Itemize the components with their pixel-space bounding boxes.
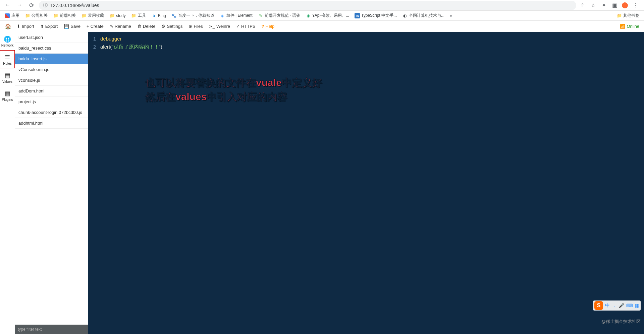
reload-button[interactable]: ⟳ xyxy=(27,1,36,10)
import-icon: ⬇ xyxy=(17,24,20,29)
extensions-icon[interactable]: ✦ xyxy=(600,2,607,9)
browser-chrome: ← → ⟳ ⓘ 127.0.0.1:8899/#values ⇧ ☆ ✦ ▣ ⋮ xyxy=(0,0,644,11)
ime-mic-icon[interactable]: 🎤 xyxy=(619,303,624,308)
star-icon[interactable]: ☆ xyxy=(590,2,596,9)
rename-button[interactable]: ✎Rename xyxy=(107,22,134,30)
file-item[interactable]: vConsole.min.js xyxy=(15,64,88,75)
ime-grid-icon[interactable]: ▦ xyxy=(635,303,639,308)
forward-button[interactable]: → xyxy=(15,1,24,10)
file-item[interactable]: baidu_resect.css xyxy=(15,43,88,54)
bookmark-folder[interactable]: 📁前端相关 xyxy=(51,12,78,19)
annotation-overlay: 也可以将要替换的文件在vuale中定义好 然后在values中引入对应的内容 xyxy=(145,76,322,104)
bookmark-bar: 应用 📁公司相关 📁前端相关 📁常用收藏 📁study 📁工具 bBing 🐾百… xyxy=(0,11,644,21)
https-button[interactable]: ✓HTTPS xyxy=(233,22,258,30)
tab-network[interactable]: 🌐Network xyxy=(0,32,15,50)
watermark: @稀土掘金技术社区 xyxy=(601,319,641,325)
bookmark-folder[interactable]: 📁公司相关 xyxy=(23,12,50,19)
files-button[interactable]: ⊕Files xyxy=(186,22,205,30)
panel-icon[interactable]: ▣ xyxy=(611,2,618,9)
help-button[interactable]: ?Help xyxy=(259,22,277,30)
check-icon: ✓ xyxy=(236,24,240,29)
menu-icon[interactable]: ⋮ xyxy=(632,2,639,9)
back-button[interactable]: ← xyxy=(3,1,12,10)
file-item[interactable]: vconsole.js xyxy=(15,75,88,86)
file-item[interactable]: project.js xyxy=(15,96,88,107)
bookmark-folder[interactable]: 📁study xyxy=(107,12,128,19)
folder-icon: 📁 xyxy=(616,13,622,18)
code-fn: alert xyxy=(100,44,110,50)
ime-keyboard-icon[interactable]: ⌨ xyxy=(626,303,633,308)
code-editor[interactable]: 12 debugger alert("保留了原内容的！！") 也可以将要替换的文… xyxy=(88,32,644,334)
file-item[interactable]: addhtml.html xyxy=(15,118,88,129)
bookmark-link[interactable]: ◉YApi-高效、易用、... xyxy=(304,12,351,19)
bookmark-link[interactable]: bBing xyxy=(149,12,168,19)
bookmark-link[interactable]: ✎前端开发规范 · 语雀 xyxy=(256,12,302,19)
file-item[interactable]: userList.json xyxy=(15,32,88,43)
signal-icon: 📶 xyxy=(620,24,625,29)
tab-rules[interactable]: ☰Rules xyxy=(0,50,15,68)
file-items: userList.json baidu_resect.css baidu_ins… xyxy=(15,32,88,325)
folder-icon: 📁 xyxy=(53,13,58,18)
file-list-panel: userList.json baidu_resect.css baidu_ins… xyxy=(15,32,88,334)
bookmark-link[interactable]: ◐全国计算机技术与... xyxy=(400,12,446,19)
profile-icon[interactable] xyxy=(622,2,628,8)
share-icon[interactable]: ⇧ xyxy=(579,2,586,9)
filter-box xyxy=(15,325,88,334)
baidu-icon: 🐾 xyxy=(171,13,177,18)
yapi-icon: ◉ xyxy=(306,13,311,18)
site-info-icon[interactable]: ⓘ xyxy=(43,2,48,8)
typescript-icon: TS xyxy=(355,13,360,18)
code-content[interactable]: debugger alert("保留了原内容的！！") 也可以将要替换的文件在v… xyxy=(98,32,644,334)
file-item[interactable]: addDom.html xyxy=(15,86,88,96)
ime-punct-icon[interactable]: ， xyxy=(612,303,616,309)
network-icon: 🌐 xyxy=(4,36,11,43)
rename-icon: ✎ xyxy=(110,24,113,29)
folder-icon: 📁 xyxy=(131,13,137,18)
file-item[interactable]: baidu_insert.js xyxy=(15,54,88,64)
ime-lang[interactable]: 中 xyxy=(605,303,610,309)
settings-button[interactable]: ⚙Settings xyxy=(159,22,185,30)
url-text: 127.0.0.1:8899/#values xyxy=(50,3,99,8)
filter-input[interactable] xyxy=(15,325,88,334)
icon-sidebar: 🌐Network ☰Rules ▤Values ▦Plugins xyxy=(0,32,15,334)
save-icon: 💾 xyxy=(64,24,69,29)
values-icon: ▤ xyxy=(5,72,10,79)
save-button[interactable]: 💾Save xyxy=(61,22,83,30)
delete-button[interactable]: 🗑Delete xyxy=(135,22,158,30)
tab-values[interactable]: ▤Values xyxy=(0,68,15,86)
bookmark-link[interactable]: TSTypeScript 中文手... xyxy=(353,12,399,19)
apps-shortcut[interactable]: 应用 xyxy=(3,12,21,19)
other-bookmarks[interactable]: 📁其他书签 xyxy=(614,12,641,19)
ime-toolbar[interactable]: S 中 ， 🎤 ⌨ ▦ xyxy=(593,300,641,311)
bookmark-link[interactable]: 🐾百度一下，你就知道 xyxy=(169,12,216,19)
yuque-icon: ✎ xyxy=(258,13,263,18)
home-button[interactable]: 🏠 xyxy=(3,22,13,31)
exam-icon: ◐ xyxy=(402,13,408,18)
export-icon: ⬆ xyxy=(40,24,44,29)
code-string: "保留了原内容的！！" xyxy=(112,44,161,50)
plugins-icon: ▦ xyxy=(5,90,10,97)
create-button[interactable]: +Create xyxy=(84,22,106,30)
tab-plugins[interactable]: ▦Plugins xyxy=(0,86,15,105)
folder-icon: 📁 xyxy=(109,13,115,18)
folder-icon: 📁 xyxy=(81,13,87,18)
bookmark-folder[interactable]: 📁常用收藏 xyxy=(79,12,106,19)
file-item[interactable]: chunk-account-login.072bcd00.js xyxy=(15,107,88,118)
bookmark-folder[interactable]: 📁工具 xyxy=(129,12,148,19)
online-status[interactable]: 📶Online xyxy=(620,24,641,29)
bookmark-link[interactable]: ◈组件 | Element xyxy=(218,12,255,19)
element-icon: ◈ xyxy=(220,13,225,18)
rules-icon: ☰ xyxy=(5,54,10,61)
import-button[interactable]: ⬇Import xyxy=(14,22,37,30)
ime-logo-icon: S xyxy=(594,301,603,310)
app-toolbar: 🏠 ⬇Import ⬆Export 💾Save +Create ✎Rename … xyxy=(0,21,644,32)
code-keyword: debugger xyxy=(100,36,121,42)
url-bar[interactable]: ⓘ 127.0.0.1:8899/#values xyxy=(39,1,576,10)
export-button[interactable]: ⬆Export xyxy=(38,22,61,30)
main-area: 🌐Network ☰Rules ▤Values ▦Plugins userLis… xyxy=(0,32,644,334)
terminal-icon: ≻_ xyxy=(209,24,215,29)
plus-icon: + xyxy=(87,24,89,29)
weinre-button[interactable]: ≻_Weinre xyxy=(206,22,233,30)
bing-icon: b xyxy=(151,13,157,18)
bookmark-overflow[interactable]: » xyxy=(448,13,454,18)
